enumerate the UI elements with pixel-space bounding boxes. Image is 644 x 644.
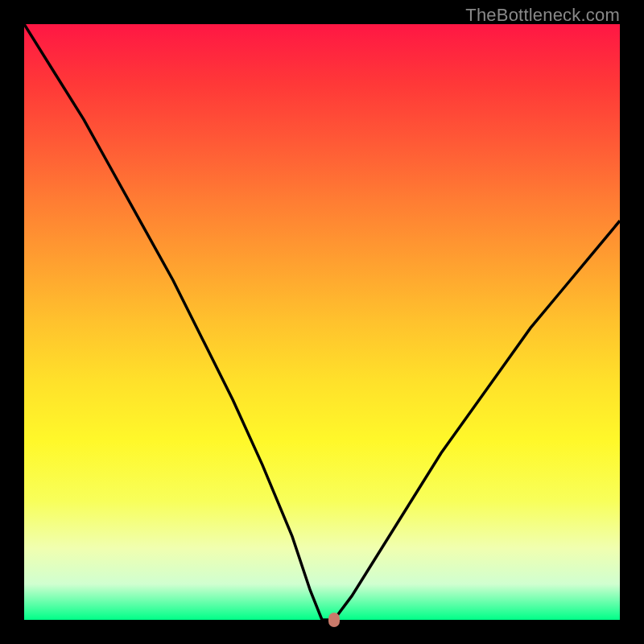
bottleneck-marker xyxy=(328,613,340,627)
curve-svg xyxy=(24,24,620,620)
watermark-text: TheBottleneck.com xyxy=(465,5,620,26)
bottleneck-curve-path xyxy=(24,24,620,620)
plot-area xyxy=(24,24,620,620)
chart-container: TheBottleneck.com xyxy=(0,0,644,644)
